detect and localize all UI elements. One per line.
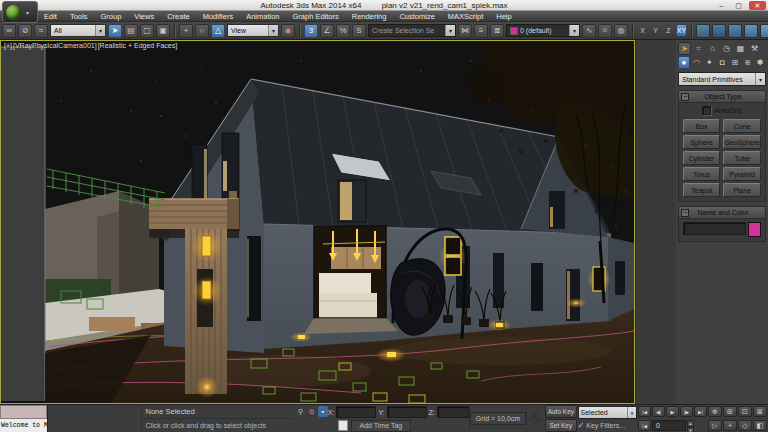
minimize-button[interactable]: – [715,1,728,10]
zoom-icon[interactable]: ⊕ [708,406,722,417]
key-filters-button[interactable]: Key Filters... [586,422,625,429]
axis-z-button[interactable]: Z [663,24,674,37]
collapse-icon[interactable]: − [681,209,689,217]
next-frame-button[interactable]: |▶ [680,406,693,417]
z-coordinate-field[interactable] [437,406,469,418]
viewport-nav-menu[interactable]: [+] [4,42,12,49]
maximize-button[interactable]: ▢ [732,1,745,10]
align-icon[interactable]: ≡ [474,24,488,38]
set-key-mode-icon[interactable]: ✓ [578,421,585,430]
tab-hierarchy-icon[interactable]: ⌂ [706,42,719,55]
tab-modify-icon[interactable]: ≈ [692,42,705,55]
previous-frame-button[interactable]: ◀| [652,406,665,417]
create-sphere-button[interactable]: Sphere [683,135,720,149]
render-setup-icon[interactable] [696,24,710,38]
window-crossing-icon[interactable]: ▣ [156,24,170,38]
collapse-icon[interactable]: − [681,93,689,101]
select-and-rotate-icon[interactable]: ○ [195,24,209,38]
material-editor-icon[interactable]: ◍ [614,24,628,38]
rendered-frame-window-icon[interactable] [712,24,726,38]
angle-snap-icon[interactable]: ∠ [320,24,334,38]
tab-display-icon[interactable]: ▦ [734,42,747,55]
application-menu-button[interactable]: ▾ [2,1,38,23]
curve-editor-icon[interactable]: ∿ [582,24,596,38]
auto-key-button[interactable]: Auto Key [545,405,576,418]
render-iterative-icon[interactable] [744,24,758,38]
play-button[interactable]: ▶ [666,406,679,417]
zoom-region-icon[interactable]: ⊠ [753,406,767,417]
category-geometry-icon[interactable]: ● [678,56,690,69]
bind-to-spacewarp-icon[interactable]: ≈ [34,24,48,38]
category-shapes-icon[interactable]: ◠ [691,56,703,69]
menu-maxscript[interactable]: MAXScript [448,11,483,22]
x-coordinate-field[interactable] [336,406,376,418]
field-of-view-icon[interactable]: ▷ [708,420,722,431]
absolute-offset-icon[interactable]: ▪ [318,406,328,417]
selection-lock-icon[interactable]: ⊙ [307,406,317,417]
current-frame-field[interactable]: 0 [652,420,686,431]
axis-x-button[interactable]: X [637,24,648,37]
y-coordinate-field[interactable] [387,406,427,418]
schematic-view-icon[interactable]: ⌗ [598,24,612,38]
viewport-shading-menu[interactable]: [Realistic + Edged Faces] [98,42,178,49]
tab-utilities-icon[interactable]: ⚒ [748,42,761,55]
menu-help[interactable]: Help [496,11,511,22]
select-and-link-icon[interactable]: ∞ [2,24,16,38]
menu-customize[interactable]: Customize [399,11,434,22]
create-cylinder-button[interactable]: Cylinder [683,151,720,165]
key-selection-combo[interactable]: Selected ▾ [578,406,637,419]
viewport-camera-menu[interactable]: [VRayPhysicalCamera001] [13,42,97,49]
snap-toggle-3d-icon[interactable]: 3 [304,24,318,38]
viewport-scene[interactable] [1,41,634,403]
category-helpers-icon[interactable]: ⊞ [729,56,741,69]
category-systems-icon[interactable]: ✱ [754,56,766,69]
menu-create[interactable]: Create [167,11,190,22]
menu-views[interactable]: Views [134,11,154,22]
create-torus-button[interactable]: Torus [683,167,720,181]
percent-snap-icon[interactable]: % [336,24,350,38]
axis-xy-button[interactable]: XY [676,24,687,37]
named-selection-sets-combo[interactable]: Create Selection Se ▾ [368,24,456,37]
pan-icon[interactable]: + [723,420,737,431]
selection-filter-combo[interactable]: All ▾ [50,24,106,37]
welcome-window-title[interactable]: Welcome to M [0,419,47,432]
add-time-tag-button[interactable]: Add Time Tag [351,420,411,432]
go-to-start-button[interactable]: |◀ [638,406,651,417]
selection-region-icon[interactable]: ▢ [140,24,154,38]
select-object-icon[interactable]: ➤ [108,24,122,38]
tab-motion-icon[interactable]: ◷ [720,42,733,55]
camera-viewport[interactable]: [+][VRayPhysicalCamera001][Realistic + E… [0,40,635,404]
select-and-manipulate-icon[interactable]: ◉ [281,24,295,38]
menu-graph-editors[interactable]: Graph Editors [293,11,339,22]
unlink-selection-icon[interactable]: ⊘ [18,24,32,38]
maximize-viewport-icon[interactable]: ◧ [753,420,767,431]
go-to-end-button[interactable]: ▶| [694,406,707,417]
orbit-icon[interactable]: ◇ [738,420,752,431]
select-by-name-icon[interactable]: ▤ [124,24,138,38]
autogrid-checkbox[interactable] [702,106,711,115]
set-key-button[interactable]: Set Key [545,419,576,432]
geometry-category-combo[interactable]: Standard Primitives ▾ [678,72,766,86]
prompt-pan-icon[interactable]: ⚲ [296,406,306,417]
menu-rendering[interactable]: Rendering [352,11,387,22]
welcome-window-minimized[interactable]: Welcome to M [0,405,48,432]
create-geosphere-button[interactable]: GeoSphere [723,135,761,149]
object-type-rollout-header[interactable]: − Object Type [679,91,765,103]
layer-manager-icon[interactable]: ≣ [490,24,504,38]
select-and-scale-icon[interactable]: △ [211,24,225,38]
axis-y-button[interactable]: Y [650,24,661,37]
mirror-icon[interactable]: ⋈ [458,24,472,38]
menu-modifiers[interactable]: Modifiers [203,11,233,22]
category-spacewarps-icon[interactable]: ≋ [742,56,754,69]
close-button[interactable]: ✕ [749,1,766,10]
name-color-rollout-header[interactable]: − Name and Color [679,207,765,219]
menu-edit[interactable]: Edit [44,11,57,22]
select-and-move-icon[interactable]: + [179,24,193,38]
create-plane-button[interactable]: Plane [723,183,761,197]
category-cameras-icon[interactable]: ◘ [716,56,728,69]
menu-animation[interactable]: Animation [246,11,279,22]
foreground-gray-box[interactable] [1,47,45,401]
object-name-field[interactable] [683,222,746,235]
layer-combo[interactable]: 0 (default) ▾ [506,24,580,37]
object-color-swatch[interactable] [748,222,761,237]
